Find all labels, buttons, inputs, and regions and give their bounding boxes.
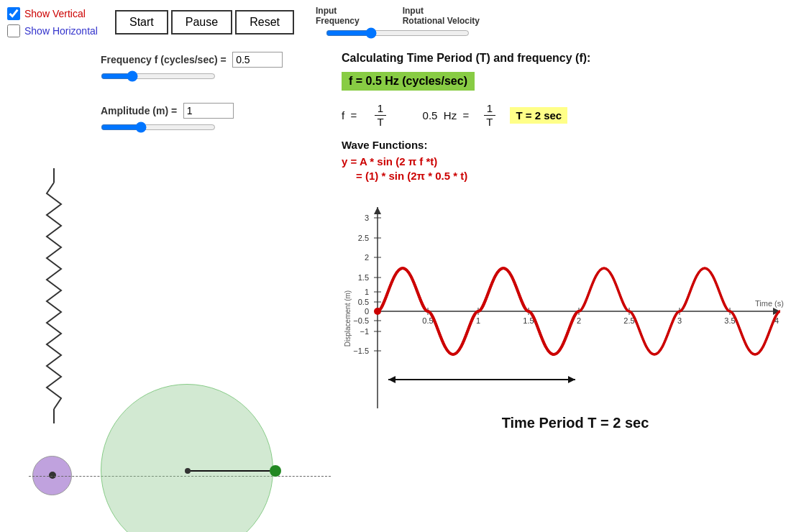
input-frequency-label: InputFrequency — [316, 6, 360, 26]
frequency-input[interactable] — [232, 52, 283, 68]
svg-text:−1: −1 — [360, 327, 369, 336]
fraction-2: 1 T — [483, 102, 495, 129]
spring-svg — [43, 168, 65, 434]
svg-text:1.5: 1.5 — [358, 273, 369, 282]
show-horizontal-label[interactable]: Show Horizontal — [7, 24, 108, 37]
show-vertical-text: Show Vertical — [24, 8, 86, 19]
right-panel: Calculating Time Period (T) and frequenc… — [331, 45, 791, 532]
input-slider-group: InputFrequency InputRotational Velocity — [316, 6, 480, 39]
phasor-tip-dot — [270, 465, 281, 477]
amplitude-input[interactable] — [183, 103, 234, 119]
svg-marker-45 — [568, 376, 575, 383]
wave-graph: 3 2.5 2 1.5 1 0.5 0 −0.5 — [342, 189, 787, 434]
svg-text:0: 0 — [365, 307, 369, 316]
frequency-control: Frequency f (cycles/sec) = — [0, 45, 331, 88]
svg-text:2.5: 2.5 — [358, 234, 369, 242]
svg-text:3: 3 — [365, 214, 369, 222]
phasor-circle — [101, 384, 273, 532]
svg-text:0.5: 0.5 — [358, 298, 369, 306]
animation-area — [0, 147, 331, 449]
wave-eq2: = (1) * sin (2π * 0.5 * t) — [356, 170, 787, 182]
input-range-slider[interactable] — [326, 27, 470, 39]
main-area: Frequency f (cycles/sec) = Amplitude (m)… — [0, 45, 791, 532]
frequency-slider[interactable] — [101, 70, 216, 82]
start-button[interactable]: Start — [115, 10, 168, 35]
reset-button[interactable]: Reset — [235, 10, 294, 35]
show-vertical-checkbox[interactable] — [7, 7, 20, 20]
graph-container: 3 2.5 2 1.5 1 0.5 0 −0.5 — [342, 189, 787, 434]
svg-text:−1.5: −1.5 — [353, 347, 369, 355]
slider-labels: InputFrequency InputRotational Velocity — [316, 6, 480, 26]
slider-track — [326, 27, 470, 39]
frac1-num: 1 — [375, 102, 386, 116]
svg-text:1: 1 — [365, 288, 369, 296]
top-controls: Show Vertical Show Horizontal Start Paus… — [0, 0, 791, 45]
show-vertical-label[interactable]: Show Vertical — [7, 7, 108, 20]
freq-highlight: f = 0.5 Hz (cycles/sec) — [342, 72, 475, 91]
info-title: Calculating Time Period (T) and frequenc… — [342, 52, 787, 65]
frac2-num: 1 — [484, 102, 495, 116]
phasor-arm — [187, 470, 273, 472]
svg-text:3: 3 — [677, 316, 682, 325]
show-horizontal-checkbox[interactable] — [7, 24, 20, 37]
wave-eq1: y = A * sin (2 π f *t) — [342, 155, 787, 168]
pause-button[interactable]: Pause — [171, 10, 232, 35]
checkbox-group: Show Vertical Show Horizontal — [7, 7, 108, 37]
svg-text:1: 1 — [476, 316, 480, 325]
formula-f: f = — [342, 109, 360, 121]
svg-text:−0.5: −0.5 — [353, 316, 369, 325]
wave-section: Wave Functions: y = A * sin (2 π f *t) =… — [342, 139, 787, 182]
amplitude-control: Amplitude (m) = — [0, 96, 331, 139]
amplitude-slider[interactable] — [101, 121, 216, 133]
svg-text:2: 2 — [577, 316, 581, 325]
left-panel: Frequency f (cycles/sec) = Amplitude (m)… — [0, 45, 331, 532]
phasor-center-dot — [185, 468, 191, 474]
svg-text:2: 2 — [365, 253, 369, 262]
period-highlight: T = 2 sec — [510, 107, 567, 124]
svg-text:Time (s): Time (s) — [755, 299, 784, 308]
input-rotational-label: InputRotational Velocity — [403, 6, 480, 26]
svg-text:Displacement (m): Displacement (m) — [344, 290, 352, 347]
button-group: Start Pause Reset — [115, 10, 294, 35]
frequency-label: Frequency f (cycles/sec) = — [101, 54, 227, 65]
frac2-den: T — [483, 116, 495, 129]
svg-point-42 — [374, 308, 381, 315]
svg-marker-44 — [388, 376, 396, 383]
formula-row: f = 1 T 0.5 Hz = 1 T T = 2 sec — [342, 102, 787, 129]
svg-marker-5 — [374, 207, 381, 214]
frac1-den: T — [374, 116, 386, 129]
fraction-1: 1 T — [374, 102, 386, 129]
formula-middle: 0.5 Hz = — [423, 109, 470, 121]
show-horizontal-text: Show Horizontal — [24, 25, 98, 37]
amplitude-label: Amplitude (m) = — [101, 105, 177, 116]
wave-title: Wave Functions: — [342, 139, 787, 151]
